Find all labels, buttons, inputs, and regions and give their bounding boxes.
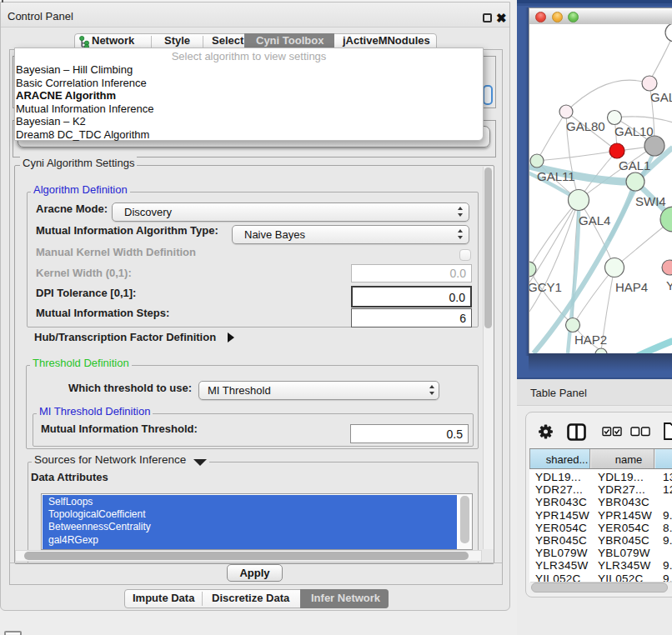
svg-text:GAL10: GAL10 [614,124,654,138]
svg-text:HAP4: HAP4 [615,280,648,294]
svg-text:SWI4: SWI4 [635,194,666,208]
svg-text:GAL11: GAL11 [537,169,575,183]
svg-text:HAP2: HAP2 [574,332,607,347]
svg-text:GAL1: GAL1 [619,158,650,172]
svg-text:GAL7: GAL7 [650,90,672,104]
svg-text:GAL4: GAL4 [579,213,610,228]
svg-text:Y: Y [666,278,672,292]
svg-text:GAL80: GAL80 [566,119,605,133]
svg-text:GCY1: GCY1 [529,280,562,294]
